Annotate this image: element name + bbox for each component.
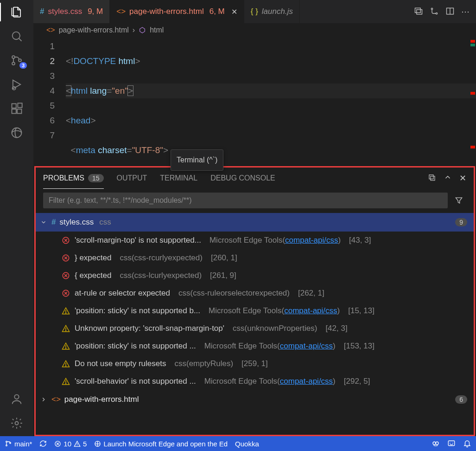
problem-row[interactable]: 'position: sticky' is not supported b...… [36,302,474,320]
search-icon[interactable] [9,29,24,44]
html-file-icon: <> [116,7,126,16]
problem-link[interactable]: compat-api/css [280,341,333,350]
status-branch[interactable]: main* [5,440,32,448]
svg-point-10 [14,395,19,399]
problem-message: Unknown property: 'scroll-snap-margin-to… [75,324,224,333]
svg-point-23 [65,313,66,313]
status-bar: main* 10 5 Launch Microsoft Edge and ope… [0,436,476,451]
svg-point-24 [65,330,66,331]
svg-point-3 [19,59,21,62]
problem-message: 'scroll-behavior' is not supported ... [75,377,196,386]
svg-point-0 [13,32,20,39]
source-control-icon[interactable]: 3 [9,53,24,68]
svg-point-26 [65,366,66,366]
tab-problems[interactable]: PROBLEMS 15 [43,168,104,189]
svg-rect-12 [415,8,421,13]
svg-point-9 [12,128,22,138]
edge-icon[interactable] [9,125,24,140]
warning-icon [62,377,70,386]
svg-point-34 [436,442,438,445]
problem-location: [259, 1] [241,359,268,368]
terminal-tooltip: Terminal (^`) [171,149,223,171]
problem-message: 'position: sticky' is not supported b... [75,306,200,316]
error-icon [62,289,70,297]
maximize-panel-icon[interactable] [444,173,452,183]
problem-row[interactable]: 'scroll-behavior' is not supported ...Mi… [36,373,474,390]
svg-point-28 [6,441,7,443]
status-quokka[interactable]: Quokka [235,440,259,448]
problem-link[interactable]: compat-api/css [285,236,338,245]
svg-point-33 [433,442,436,445]
json-file-icon: { } [251,7,258,16]
problem-location: [43, 3] [349,236,371,245]
problems-file-row[interactable]: # styles.css css 9 [36,213,474,232]
chevron-right-icon [39,396,48,403]
problem-location: [153, 13] [344,341,374,351]
svg-point-11 [15,422,19,425]
editor-actions: ⋯ [414,6,476,17]
status-bell-icon[interactable] [463,439,471,448]
problem-row[interactable]: Do not use empty rulesetscss(emptyRules)… [36,355,474,373]
explorer-icon[interactable] [9,5,24,19]
diff-icon[interactable] [430,6,439,17]
svg-point-15 [436,13,437,14]
css-file-icon: # [40,7,44,16]
html-file-icon: <> [51,395,61,404]
svg-rect-13 [417,10,422,14]
problem-source: Microsoft Edge Tools(compat-api/css) [209,306,340,316]
filter-icon[interactable] [451,193,466,208]
warning-icon [62,307,70,315]
problem-message: } expected [75,253,111,263]
problem-message: Do not use empty rulesets [75,359,166,368]
extensions-icon[interactable] [9,101,24,116]
problem-link[interactable]: compat-api/css [280,377,333,386]
more-icon[interactable]: ⋯ [461,6,470,17]
problem-location: [262, 1] [298,289,324,298]
tab-page-with-errors[interactable]: <> page-with-errors.html 6, M ✕ [110,0,244,23]
warning-icon [62,360,70,368]
panel-tab-bar: PROBLEMS 15 OUTPUT TERMINAL DEBUG CONSOL… [36,168,474,189]
svg-rect-6 [12,109,16,113]
problem-row[interactable]: Unknown property: 'scroll-snap-margin-to… [36,320,474,337]
split-editor-icon[interactable] [445,6,455,17]
status-launch-edge[interactable]: Launch Microsoft Edge and open the Ed [94,440,228,448]
tab-output[interactable]: OUTPUT [117,168,147,189]
collapse-all-icon[interactable] [428,173,436,183]
status-copilot-icon[interactable] [432,439,440,448]
close-tab-icon[interactable]: ✕ [231,7,237,16]
tab-launch-js[interactable]: { } launch.js [244,0,300,23]
code-editor[interactable]: 1 2 3 4 5 6 7 <!DOCTYPE html> <html lang… [33,37,476,166]
problem-row[interactable]: 'position: sticky' is not supported ...M… [36,337,474,355]
problem-row[interactable]: at-rule or selector expectedcss(css-rule… [36,284,474,302]
settings-gear-icon[interactable] [9,416,24,431]
problems-file-row[interactable]: <> page-with-errors.html 6 [36,390,474,409]
problem-source: css(unknownProperties) [233,324,317,333]
problem-row[interactable]: { expectedcss(css-lcurlyexpected)[261, 9… [36,267,474,284]
editor-tab-bar: # styles.css 9, M <> page-with-errors.ht… [33,0,476,23]
status-problems[interactable]: 10 5 [54,440,87,448]
problem-row[interactable]: } expectedcss(css-rcurlyexpected)[260, 1… [36,249,474,267]
line-gutter: 1 2 3 4 5 6 7 [33,39,66,166]
svg-point-14 [431,8,432,9]
problem-message: at-rule or selector expected [75,289,170,298]
breadcrumb[interactable]: <> page-with-errors.html › html [33,23,476,37]
problems-panel: PROBLEMS 15 OUTPUT TERMINAL DEBUG CONSOL… [34,166,475,436]
problem-source: Microsoft Edge Tools(compat-api/css) [204,377,336,386]
problem-link[interactable]: compat-api/css [284,306,337,315]
run-icon[interactable] [414,6,423,17]
chevron-down-icon [39,219,48,226]
problem-source: css(css-ruleorselectorexpected) [178,289,290,298]
error-icon [62,271,70,280]
problem-location: [261, 9] [210,271,236,280]
status-feedback-icon[interactable] [447,439,456,448]
minimap[interactable] [469,37,475,166]
account-icon[interactable] [9,392,24,406]
status-sync[interactable] [39,440,47,447]
problem-row[interactable]: 'scroll-margin-top' is not supported...M… [36,232,474,249]
problem-location: [15, 13] [348,306,374,316]
problems-filter-input[interactable] [43,193,448,208]
run-debug-icon[interactable] [9,77,24,92]
tab-styles-css[interactable]: # styles.css 9, M [33,0,110,23]
close-panel-icon[interactable]: ✕ [459,173,466,183]
scm-badge: 3 [19,62,27,69]
